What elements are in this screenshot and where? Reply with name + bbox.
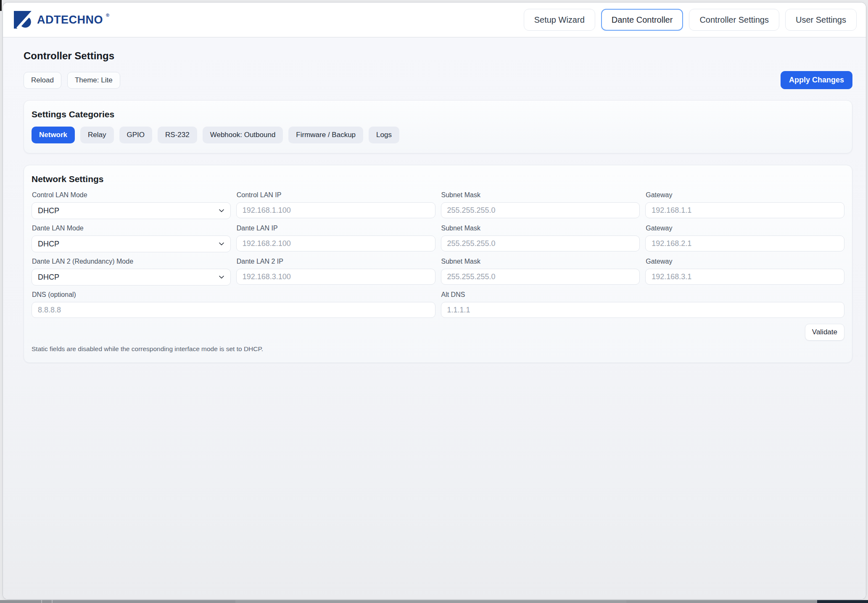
field-dns: DNS (optional): [32, 291, 435, 318]
app-window: ADTECHNO ® Setup Wizard Dante Controller…: [3, 3, 866, 599]
tab-rs232[interactable]: RS-232: [158, 127, 197, 143]
control-lan-ip-input: [236, 202, 435, 218]
validate-row: Validate: [32, 324, 844, 341]
select-value: DHCP: [38, 273, 59, 282]
dante-lan2-mode-label: Dante LAN 2 (Redundancy) Mode: [32, 258, 231, 265]
validate-button[interactable]: Validate: [805, 324, 844, 341]
theme-toggle-button[interactable]: Theme: Lite: [67, 72, 120, 89]
toolbar: Reload Theme: Lite Apply Changes: [24, 71, 852, 89]
tab-webhook-outbound[interactable]: Webhook: Outbound: [203, 127, 283, 143]
alt-dns-label: Alt DNS: [441, 291, 845, 299]
horizontal-scrollbar[interactable]: [0, 600, 868, 603]
field-subnet-mask-2: Subnet Mask: [441, 225, 640, 252]
field-subnet-mask-3: Subnet Mask: [441, 258, 640, 286]
apply-changes-button[interactable]: Apply Changes: [781, 71, 852, 89]
settings-categories-title: Settings Categories: [32, 109, 844, 119]
chevron-down-icon: [218, 241, 225, 247]
dante-lan2-ip-input: [236, 269, 435, 285]
dns-label: DNS (optional): [32, 291, 435, 299]
dhcp-note: Static fields are disabled while the cor…: [32, 345, 844, 353]
nav-dante-controller[interactable]: Dante Controller: [601, 9, 683, 31]
field-gateway-2: Gateway: [645, 225, 844, 252]
settings-categories-card: Settings Categories Network Relay GPIO R…: [24, 100, 852, 153]
network-settings-card: Network Settings Control LAN Mode DHCP C…: [24, 165, 852, 363]
field-dante-lan-ip: Dante LAN IP: [236, 225, 435, 252]
brand-name: ADTECHNO: [37, 14, 103, 26]
field-subnet-mask-1: Subnet Mask: [441, 191, 640, 219]
field-control-lan-ip: Control LAN IP: [236, 191, 435, 219]
control-lan-mode-select[interactable]: DHCP: [32, 202, 231, 219]
field-dante-lan-mode: Dante LAN Mode DHCP: [32, 225, 231, 252]
gateway-3-input: [645, 269, 844, 285]
subnet-mask-3-label: Subnet Mask: [441, 258, 640, 265]
gateway-1-label: Gateway: [646, 191, 844, 199]
window-edge-mark: [0, 0, 2, 11]
subnet-mask-1-input: [441, 202, 640, 218]
dante-lan-mode-label: Dante LAN Mode: [32, 225, 231, 232]
dante-lan-ip-label: Dante LAN IP: [237, 225, 435, 232]
chevron-down-icon: [218, 207, 225, 214]
tab-network[interactable]: Network: [32, 127, 75, 143]
registered-trademark-icon: ®: [106, 13, 109, 18]
field-dante-lan2-ip: Dante LAN 2 IP: [236, 258, 435, 286]
select-value: DHCP: [38, 240, 59, 249]
gateway-1-input: [645, 202, 844, 218]
nav-user-settings[interactable]: User Settings: [785, 9, 857, 31]
toolbar-left: Reload Theme: Lite: [24, 72, 120, 89]
page-title: Controller Settings: [24, 50, 852, 62]
select-value: DHCP: [38, 206, 59, 215]
dante-lan2-mode-select[interactable]: DHCP: [32, 269, 231, 286]
category-tabs: Network Relay GPIO RS-232 Webhook: Outbo…: [32, 127, 844, 143]
alt-dns-input[interactable]: [441, 302, 845, 318]
dante-lan2-ip-label: Dante LAN 2 IP: [237, 258, 435, 265]
control-lan-ip-label: Control LAN IP: [237, 191, 435, 199]
field-gateway-1: Gateway: [645, 191, 844, 219]
gateway-3-label: Gateway: [646, 258, 844, 265]
tab-gpio[interactable]: GPIO: [119, 127, 153, 143]
dante-lan-mode-select[interactable]: DHCP: [32, 235, 231, 252]
dante-lan-ip-input: [236, 235, 435, 251]
dns-input[interactable]: [32, 302, 435, 318]
field-control-lan-mode: Control LAN Mode DHCP: [32, 191, 231, 219]
control-lan-mode-label: Control LAN Mode: [32, 191, 231, 199]
tab-relay[interactable]: Relay: [80, 127, 113, 143]
subnet-mask-2-input: [441, 235, 640, 251]
nav-controller-settings[interactable]: Controller Settings: [689, 9, 779, 31]
top-nav: Setup Wizard Dante Controller Controller…: [524, 9, 857, 31]
subnet-mask-3-input: [441, 269, 640, 285]
reload-button[interactable]: Reload: [24, 72, 61, 89]
gateway-2-input: [645, 235, 844, 251]
field-dante-lan2-mode: Dante LAN 2 (Redundancy) Mode DHCP: [32, 258, 231, 286]
tab-logs[interactable]: Logs: [369, 127, 399, 143]
field-gateway-3: Gateway: [645, 258, 844, 286]
subnet-mask-1-label: Subnet Mask: [441, 191, 640, 199]
gateway-2-label: Gateway: [646, 225, 844, 232]
nav-setup-wizard[interactable]: Setup Wizard: [524, 9, 595, 31]
tab-firmware-backup[interactable]: Firmware / Backup: [288, 127, 363, 143]
brand-logo: ADTECHNO ®: [14, 11, 110, 29]
chevron-down-icon: [218, 274, 225, 280]
network-settings-title: Network Settings: [32, 174, 844, 184]
subnet-mask-2-label: Subnet Mask: [441, 225, 640, 232]
app-header: ADTECHNO ® Setup Wizard Dante Controller…: [3, 3, 866, 37]
network-form-grid: Control LAN Mode DHCP Control LAN IP Sub…: [32, 191, 844, 318]
adtechno-logo-icon: [14, 11, 33, 29]
field-alt-dns: Alt DNS: [441, 291, 845, 318]
page-content: Controller Settings Reload Theme: Lite A…: [3, 37, 866, 599]
